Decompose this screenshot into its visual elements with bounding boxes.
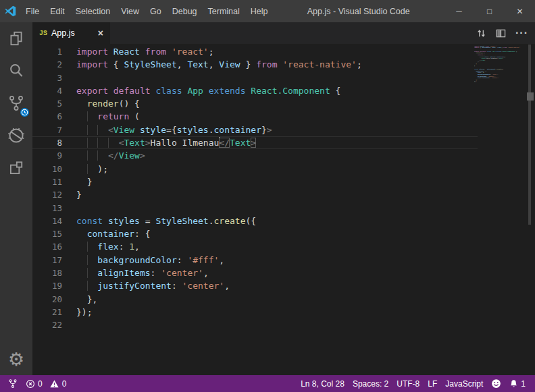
- code-line-7[interactable]: 7 <View style={styles.container}>: [32, 123, 478, 136]
- maximize-button[interactable]: □: [474, 0, 505, 22]
- line-number: 12: [32, 188, 62, 201]
- code-line-13[interactable]: 13: [32, 202, 478, 215]
- code-line-20[interactable]: 20 },: [32, 293, 478, 306]
- ellipsis-icon: ···: [515, 27, 528, 39]
- sidebar-item-source-control[interactable]: [0, 87, 32, 119]
- line-content: [62, 318, 76, 331]
- code-token: [134, 125, 140, 135]
- code-token: :: [151, 268, 161, 278]
- code-line-12[interactable]: 12}: [32, 188, 478, 201]
- indent: [76, 164, 87, 174]
- code-line-11[interactable]: 11 }: [32, 175, 478, 188]
- error-icon: [26, 379, 35, 389]
- javascript-file-icon: JS: [39, 30, 47, 37]
- indent-guide: [87, 242, 98, 252]
- code-line-6[interactable]: 6 return (: [32, 110, 478, 123]
- menu-file[interactable]: File: [20, 0, 45, 22]
- code-line-17[interactable]: 17 backgroundColor: '#fff',: [32, 254, 478, 267]
- eol-setting[interactable]: LF: [424, 379, 441, 389]
- code-line-3[interactable]: 3: [32, 72, 478, 84]
- code-line-14[interactable]: 14const styles = StyleSheet.create({: [32, 215, 478, 227]
- line-number: 21: [32, 306, 62, 318]
- sidebar-item-search[interactable]: [0, 55, 32, 87]
- menu-debug[interactable]: Debug: [167, 0, 203, 22]
- menu-edit[interactable]: Edit: [45, 0, 70, 22]
- minimap-content: import React from 'react';import { Style…: [474, 44, 522, 84]
- code-token: 1: [129, 242, 134, 252]
- scrollbar-thumb[interactable]: [528, 45, 531, 225]
- close-button[interactable]: ✕: [505, 0, 535, 22]
- code-line-2[interactable]: 2import { StyleSheet, Text, View } from …: [32, 58, 478, 71]
- indentation-setting[interactable]: Spaces: 2: [349, 379, 392, 389]
- code-token: class: [155, 86, 182, 96]
- code-token: ;: [357, 59, 362, 69]
- tab-close-icon[interactable]: ×: [97, 28, 105, 38]
- line-content: [62, 72, 76, 84]
- code-token: ;: [209, 47, 214, 57]
- gear-icon: ⚙: [8, 350, 24, 368]
- menu-view[interactable]: View: [116, 0, 145, 22]
- code-token: return: [97, 111, 129, 121]
- code-token: [140, 47, 145, 57]
- code-line-4[interactable]: 4export default class App extends React.…: [32, 84, 478, 97]
- indent-guide: [97, 138, 108, 148]
- split-editor-icon: [496, 28, 506, 38]
- code-line-10[interactable]: 10 );: [32, 163, 478, 175]
- menu-go[interactable]: Go: [145, 0, 167, 22]
- code-line-18[interactable]: 18 alignItems: 'center',: [32, 267, 478, 279]
- swap-editors-button[interactable]: [476, 28, 486, 38]
- code-token: {: [172, 125, 177, 135]
- line-content: flex: 1,: [62, 240, 140, 253]
- code-line-5[interactable]: 5 render() {: [32, 97, 478, 110]
- menu-selection[interactable]: Selection: [70, 0, 116, 22]
- code-line-15[interactable]: 15 container: {: [32, 227, 478, 240]
- menu-help[interactable]: Help: [245, 0, 274, 22]
- split-editor-button[interactable]: [496, 28, 506, 38]
- code-token: Hallo Ilmenau: [151, 138, 220, 148]
- window-controls: ─ □ ✕: [444, 0, 535, 22]
- code-line-9[interactable]: 9 </View>: [32, 149, 478, 162]
- code-token: :: [119, 242, 130, 252]
- git-branch-indicator[interactable]: [4, 379, 22, 389]
- sidebar-item-extensions[interactable]: [0, 152, 32, 184]
- minimap[interactable]: import React from 'react';import { Style…: [474, 44, 526, 375]
- code-line-22[interactable]: 22: [32, 318, 478, 331]
- search-icon: [7, 62, 25, 80]
- code-token: 'center': [182, 281, 225, 291]
- line-content: return (: [62, 110, 140, 123]
- status-bar: 0 0 Ln 8, Col 28 Spaces: 2 UTF-8 LF Java…: [0, 375, 535, 392]
- line-content: alignItems: 'center',: [62, 267, 209, 279]
- language-mode[interactable]: JavaScript: [441, 379, 487, 389]
- code-token: ,: [224, 281, 230, 291]
- tab-label: App.js: [51, 28, 97, 38]
- code-line-19[interactable]: 19 justifyContent: 'center',: [32, 279, 478, 292]
- editor-scrollbar[interactable]: [526, 44, 535, 375]
- settings-button[interactable]: ⚙: [0, 343, 32, 375]
- code-token: 'react': [172, 47, 209, 57]
- line-number: 2: [32, 58, 62, 71]
- code-line-8[interactable]: 8 <Text>Hallo Ilmenau</Text>: [32, 136, 478, 149]
- line-number: 8: [32, 136, 62, 149]
- code-line-1[interactable]: 1import React from 'react';: [32, 45, 478, 58]
- code-token: >: [267, 125, 272, 135]
- feedback-button[interactable]: [487, 379, 505, 389]
- notifications-button[interactable]: 1: [505, 379, 530, 389]
- minimize-button[interactable]: ─: [444, 0, 474, 22]
- indent: [76, 99, 87, 109]
- line-content: <View style={styles.container}>: [62, 123, 272, 136]
- more-actions-button[interactable]: ···: [515, 27, 528, 39]
- code-line-16[interactable]: 16 flex: 1,: [32, 240, 478, 253]
- cursor-position[interactable]: Ln 8, Col 28: [297, 379, 349, 389]
- line-number: 16: [32, 240, 62, 253]
- file-encoding[interactable]: UTF-8: [392, 379, 424, 389]
- line-content: backgroundColor: '#fff',: [62, 254, 224, 267]
- code-editor[interactable]: 1import React from 'react';2import { Sty…: [32, 44, 535, 375]
- problems-indicator[interactable]: 0 0: [22, 379, 70, 389]
- code-line-21[interactable]: 21});: [32, 306, 478, 318]
- code-token: flex: [97, 242, 118, 252]
- menu-terminal[interactable]: Terminal: [203, 0, 245, 22]
- sidebar-item-explorer[interactable]: [0, 22, 32, 55]
- tab-appjs[interactable]: JS App.js ×: [32, 22, 110, 44]
- overview-cursor-marker: [527, 92, 534, 101]
- sidebar-item-debug[interactable]: [0, 119, 32, 152]
